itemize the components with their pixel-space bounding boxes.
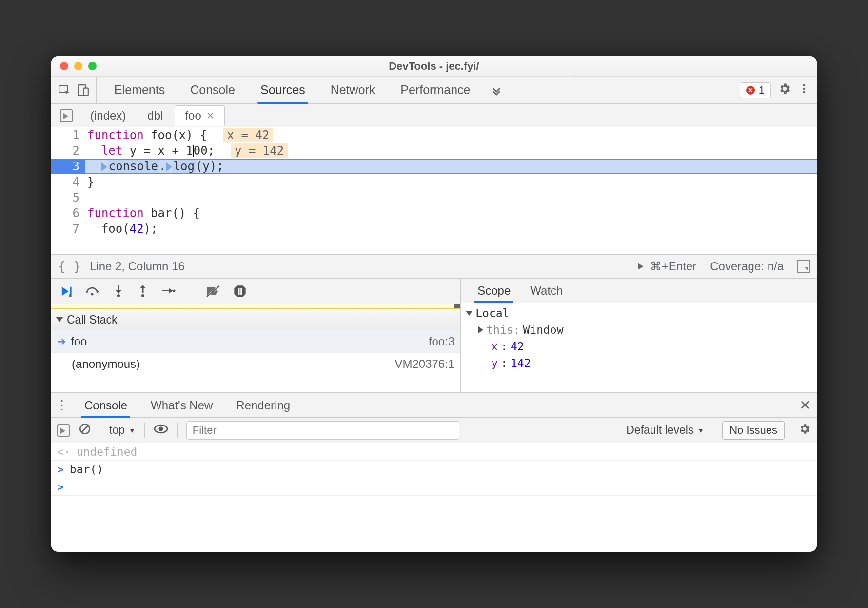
svg-point-8 [117, 294, 120, 297]
svg-point-3 [803, 84, 806, 86]
call-stack-frame[interactable]: (anonymous)VM20376:1 [51, 353, 460, 375]
traffic-lights [51, 62, 97, 70]
inspect-element-icon[interactable] [58, 84, 71, 97]
sidebar-toggle-icon[interactable] [797, 260, 810, 273]
console-settings-icon[interactable] [798, 423, 811, 438]
pause-exceptions-icon[interactable] [233, 284, 247, 298]
file-tab[interactable]: (index) [80, 105, 136, 126]
file-tab[interactable]: dbl [138, 105, 173, 126]
line-number[interactable]: 4 [51, 174, 85, 190]
tab-console[interactable]: Console [178, 77, 248, 103]
log-levels-selector[interactable]: Default levels ▼ [626, 424, 704, 437]
cursor-position: Line 2, Column 16 [90, 260, 185, 273]
execution-context-selector[interactable]: top ▼ [109, 424, 136, 437]
debugger-pane: Call Stack ➔foofoo:3(anonymous)VM20376:1… [51, 279, 817, 393]
step-into-icon[interactable] [113, 284, 124, 298]
settings-icon[interactable] [778, 82, 791, 99]
resume-icon[interactable] [59, 284, 73, 298]
source-editor[interactable]: 1function foo(x) { x = 422 let y = x + 1… [51, 127, 817, 254]
scope-tab-scope[interactable]: Scope [468, 279, 520, 303]
console-toolbar: top ▼ Default levels ▼ No Issues [51, 418, 817, 443]
error-icon: ✕ [746, 86, 755, 95]
scope-variable[interactable]: this: Window [466, 322, 817, 338]
debugger-toolbar [51, 279, 460, 304]
svg-point-13 [173, 289, 176, 292]
pretty-print-icon[interactable]: { } [58, 259, 81, 274]
console-line[interactable]: > [51, 478, 817, 496]
code-line[interactable]: function bar() { [85, 205, 817, 221]
console-line[interactable]: <·undefined [51, 443, 817, 461]
call-stack-header[interactable]: Call Stack [51, 309, 460, 330]
console-line[interactable]: >bar() [51, 461, 817, 478]
drawer-tab-strip: ⋮ ConsoleWhat's NewRendering ✕ [51, 393, 817, 418]
file-tab[interactable]: foo✕ [175, 105, 224, 126]
svg-point-10 [141, 294, 144, 297]
scope-tree[interactable]: Local this: Windowx: 42y: 142 [461, 303, 817, 392]
minimize-window-button[interactable] [74, 62, 82, 70]
console-output[interactable]: <·undefined>bar()> [51, 443, 817, 552]
scope-tab-watch[interactable]: Watch [520, 279, 572, 303]
call-stack-frame[interactable]: ➔foofoo:3 [51, 330, 460, 353]
issues-button[interactable]: No Issues [722, 421, 785, 440]
svg-point-21 [158, 426, 163, 431]
svg-rect-16 [238, 288, 240, 295]
close-window-button[interactable] [60, 62, 68, 70]
deactivate-breakpoints-icon[interactable] [206, 285, 220, 298]
live-expression-icon[interactable] [154, 424, 168, 437]
chevron-down-icon [56, 317, 63, 322]
clear-console-icon[interactable] [79, 423, 91, 438]
svg-point-5 [803, 91, 806, 93]
svg-rect-2 [83, 88, 88, 95]
tab-elements[interactable]: Elements [101, 77, 178, 103]
code-line[interactable]: } [85, 174, 817, 190]
step-out-icon[interactable] [137, 284, 149, 298]
close-drawer-icon[interactable]: ✕ [792, 393, 817, 417]
line-number[interactable]: 7 [51, 221, 85, 237]
svg-point-7 [91, 293, 94, 295]
devtools-window: DevTools - jec.fyi/ ElementsConsoleSourc… [51, 56, 817, 552]
zoom-window-button[interactable] [88, 62, 97, 70]
scope-variable[interactable]: x: 42 [466, 338, 817, 355]
close-tab-icon[interactable]: ✕ [206, 110, 215, 122]
code-line[interactable]: console.log(y); [85, 159, 817, 174]
error-count: 1 [759, 84, 765, 97]
line-number[interactable]: 3 [51, 159, 85, 174]
drawer-tab-rendering[interactable]: Rendering [224, 393, 302, 417]
code-line[interactable]: let y = x + 100; y = 142 [85, 143, 817, 159]
run-snippet-hint[interactable]: ⌘+Enter [635, 260, 696, 273]
main-tab-strip: ElementsConsoleSourcesNetworkPerformance… [51, 77, 817, 104]
line-number[interactable]: 5 [51, 190, 85, 205]
scope-variable[interactable]: y: 142 [466, 355, 817, 371]
paused-indicator [51, 304, 460, 309]
drawer: ⋮ ConsoleWhat's NewRendering ✕ top ▼ Def… [51, 393, 817, 552]
kebab-menu-icon[interactable] [798, 82, 810, 99]
window-title: DevTools - jec.fyi/ [51, 60, 817, 73]
error-count-badge[interactable]: ✕ 1 [740, 82, 771, 98]
drawer-tab-console[interactable]: Console [73, 393, 139, 417]
drawer-tab-what-s-new[interactable]: What's New [139, 393, 224, 417]
tab-performance[interactable]: Performance [388, 77, 483, 103]
more-tabs-button[interactable] [483, 77, 510, 103]
code-line[interactable]: foo(42); [85, 221, 817, 237]
step-over-icon[interactable] [85, 284, 100, 298]
chevron-down-icon: ▼ [697, 426, 704, 434]
console-sidebar-icon[interactable] [57, 424, 70, 437]
step-icon[interactable] [161, 285, 176, 297]
tab-sources[interactable]: Sources [248, 77, 318, 103]
file-tab-strip: (index)dblfoo✕ [51, 104, 817, 127]
code-line[interactable]: function foo(x) { x = 42 [85, 127, 817, 143]
show-navigator-icon[interactable] [60, 109, 73, 122]
line-number[interactable]: 6 [51, 205, 85, 221]
tab-network[interactable]: Network [318, 77, 388, 103]
device-toolbar-icon[interactable] [77, 84, 89, 97]
drawer-menu-icon[interactable]: ⋮ [51, 393, 73, 417]
call-stack-list: ➔foofoo:3(anonymous)VM20376:1 [51, 330, 460, 375]
svg-rect-17 [240, 288, 242, 295]
line-number[interactable]: 1 [51, 127, 85, 143]
svg-rect-6 [70, 286, 72, 296]
console-filter-input[interactable] [186, 421, 459, 440]
coverage-status: Coverage: n/a [710, 260, 784, 273]
line-number[interactable]: 2 [51, 143, 85, 159]
scope-watch-tabs: ScopeWatch [461, 279, 817, 303]
chevron-down-icon: ▼ [129, 426, 136, 434]
